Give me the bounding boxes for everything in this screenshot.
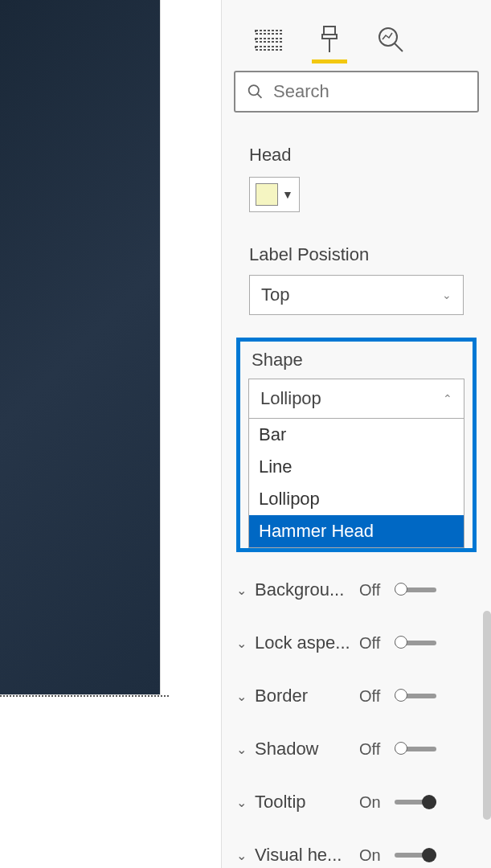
property-state: Off: [359, 687, 388, 706]
chevron-down-icon: ⌄: [442, 289, 452, 301]
shape-option-lollipop[interactable]: Lollipop: [249, 483, 464, 515]
search-box[interactable]: [234, 71, 479, 113]
shape-dropdown[interactable]: Lollipop ⌃: [248, 379, 464, 419]
label-position-label: Label Posistion: [222, 244, 491, 265]
head-label: Head: [222, 145, 491, 166]
property-lockaspect[interactable]: ⌄ Lock aspe... Off: [222, 616, 491, 669]
head-color-picker[interactable]: ▼: [249, 177, 300, 212]
selection-boundary: [0, 695, 169, 697]
chevron-down-icon: ⌄: [236, 583, 247, 598]
visual-preview[interactable]: [0, 0, 161, 695]
property-background[interactable]: ⌄ Backgrou... Off: [222, 563, 491, 616]
svg-rect-4: [322, 35, 337, 39]
property-state: On: [359, 846, 388, 865]
property-visualheader[interactable]: ⌄ Visual he... On: [222, 829, 491, 868]
format-tab-icon[interactable]: [315, 25, 344, 54]
chevron-down-icon: ⌄: [236, 636, 247, 651]
shape-option-bar[interactable]: Bar: [249, 419, 464, 451]
property-state: On: [359, 793, 388, 812]
shape-option-hammerhead[interactable]: Hammer Head: [249, 515, 464, 547]
toggle-shadow[interactable]: [395, 747, 436, 751]
property-label: Border: [255, 686, 359, 706]
label-position-dropdown[interactable]: Top ⌄: [249, 275, 464, 315]
toggle-visualheader[interactable]: [395, 853, 436, 858]
svg-rect-2: [256, 47, 281, 50]
panel-scrollbar[interactable]: [483, 611, 491, 820]
search-icon: [247, 82, 264, 101]
svg-rect-3: [324, 27, 335, 35]
property-label: Lock aspe...: [255, 633, 359, 653]
property-border[interactable]: ⌄ Border Off: [222, 669, 491, 723]
chevron-down-icon: ⌄: [236, 689, 247, 704]
property-label: Shadow: [255, 739, 359, 760]
label-position-value: Top: [261, 285, 289, 305]
toggle-tooltip[interactable]: [395, 800, 436, 805]
property-shadow[interactable]: ⌄ Shadow Off: [222, 723, 491, 776]
search-input[interactable]: [273, 81, 466, 102]
format-panel: Head ▼ Label Posistion Top ⌄ Shape Lolli…: [221, 0, 491, 868]
report-canvas-area: [0, 0, 221, 868]
svg-line-7: [395, 43, 403, 51]
shape-label: Shape: [248, 350, 464, 371]
svg-point-8: [249, 85, 259, 95]
svg-rect-0: [256, 31, 281, 34]
property-label: Visual he...: [255, 845, 359, 866]
chevron-down-icon: ⌄: [236, 795, 247, 810]
svg-line-9: [257, 94, 261, 98]
chevron-down-icon: ⌄: [236, 742, 247, 757]
property-label: Backgrou...: [255, 579, 359, 600]
head-color-swatch: [256, 183, 278, 206]
chevron-down-icon: ▼: [282, 188, 293, 201]
property-state: Off: [359, 581, 388, 600]
chevron-up-icon: ⌃: [443, 392, 452, 405]
analytics-tab-icon[interactable]: [376, 25, 405, 54]
property-label: Tooltip: [255, 792, 359, 813]
toggle-border[interactable]: [395, 694, 436, 698]
property-tooltip[interactable]: ⌄ Tooltip On: [222, 776, 491, 829]
panel-tabs: [222, 0, 491, 63]
shape-option-line[interactable]: Line: [249, 451, 464, 483]
shape-section-highlighted: Shape Lollipop ⌃ Bar Line Lollipop Hamme…: [236, 338, 477, 552]
toggle-lockaspect[interactable]: [395, 641, 436, 645]
property-state: Off: [359, 740, 388, 759]
property-state: Off: [359, 634, 388, 653]
toggle-background[interactable]: [395, 588, 436, 592]
svg-rect-1: [256, 39, 281, 42]
shape-dropdown-value: Lollipop: [260, 388, 321, 409]
fields-tab-icon[interactable]: [254, 25, 283, 54]
chevron-down-icon: ⌄: [236, 848, 247, 863]
shape-option-list: Bar Line Lollipop Hammer Head: [248, 419, 464, 548]
